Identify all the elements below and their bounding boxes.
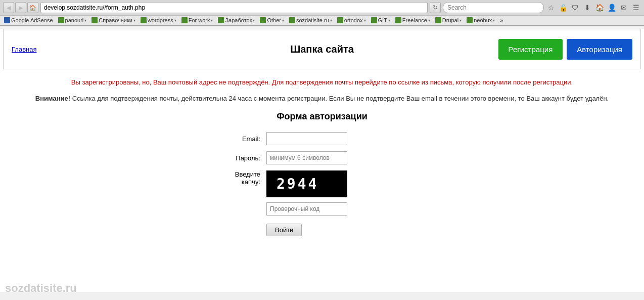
bookmark-label: neobux (474, 17, 492, 23)
bookmark-adsense[interactable]: Google AdSense (2, 17, 55, 24)
warning-message: Вы зарегистрированы, но, Ваш почтовый ад… (0, 72, 644, 90)
home-nav-link[interactable]: Главная (12, 46, 36, 53)
bookmark-other[interactable]: Other ▾ (258, 17, 286, 24)
mail-icon[interactable]: ✉ (619, 3, 629, 13)
back-button[interactable]: ◀ (3, 2, 14, 13)
bookmark-label: Справочники (99, 17, 132, 23)
bookmark-freelance[interactable]: Freelance ▾ (393, 17, 432, 24)
bookmark-forwork[interactable]: For work ▾ (179, 17, 215, 24)
bookmark-label: GIT (378, 17, 387, 23)
browser-chrome: ◀ ▶ 🏠 ↻ ☆ 🔒 🛡 ⬇ 🏠 👤 ✉ ☰ Google AdSense p… (0, 0, 644, 26)
auth-form: Форма авторизации Email: Пароль: Введите… (196, 111, 448, 236)
bookmark-icon (289, 17, 295, 23)
star-icon[interactable]: ☆ (546, 3, 556, 13)
captcha-image: 2944 (266, 170, 347, 197)
bookmark-git[interactable]: GIT ▾ (369, 17, 392, 24)
bookmark-icon (435, 17, 441, 23)
bookmark-ortodox[interactable]: ortodox ▾ (335, 17, 368, 24)
chevron-down-icon: ▾ (253, 18, 255, 23)
home-icon2[interactable]: 🏠 (594, 3, 605, 13)
bookmark-label: ortodox (344, 17, 363, 23)
submit-row: Войти (206, 224, 438, 236)
bookmark-icon (141, 17, 147, 23)
bookmark-zarabotok[interactable]: Заработок ▾ (216, 17, 257, 24)
chevron-down-icon: ▾ (388, 18, 390, 23)
chevron-down-icon: ▾ (211, 18, 213, 23)
bookmark-icon (395, 17, 401, 23)
bookmark-more-label: » (500, 17, 503, 23)
chevron-down-icon: ▾ (84, 18, 86, 23)
bookmark-label: panouri (65, 17, 84, 23)
email-row: Email: (206, 132, 438, 145)
bookmark-more[interactable]: » (498, 17, 505, 24)
captcha-input[interactable] (266, 202, 347, 216)
bookmark-label: For work (189, 17, 210, 23)
bookmark-label: sozdatisite.ru (296, 17, 329, 23)
chevron-down-icon: ▾ (282, 18, 284, 23)
password-label: Пароль: (206, 154, 266, 162)
password-input[interactable] (266, 151, 347, 164)
bookmark-spravochniki[interactable]: Справочники ▾ (89, 17, 137, 24)
bookmark-icon (91, 17, 98, 23)
bookmark-icon (337, 17, 343, 23)
bookmark-label: Заработок (225, 17, 252, 23)
auth-button[interactable]: Авторизация (567, 39, 632, 60)
chevron-down-icon: ▾ (364, 18, 366, 23)
bookmark-wordpress[interactable]: wordpress ▾ (139, 17, 178, 24)
shield-icon[interactable]: 🛡 (570, 3, 580, 13)
chevron-down-icon: ▾ (133, 18, 135, 23)
lock-icon[interactable]: 🔒 (558, 3, 568, 13)
register-button[interactable]: Регистрация (498, 39, 563, 60)
bookmark-icon (467, 17, 473, 23)
notice-bold: Внимание! (35, 95, 70, 102)
form-title: Форма авторизации (206, 111, 438, 122)
bookmark-sozdatisite[interactable]: sozdatisite.ru ▾ (287, 17, 334, 24)
captcha-label: Введите капчу: (206, 170, 266, 186)
bookmark-label: Drupal (442, 17, 458, 23)
submit-button[interactable]: Войти (266, 224, 302, 236)
forward-button[interactable]: ▶ (15, 2, 26, 13)
email-label: Email: (206, 135, 266, 143)
reload-button[interactable]: ↻ (430, 2, 441, 13)
password-row: Пароль: (206, 151, 438, 164)
bookmark-panouri[interactable]: panouri ▾ (56, 17, 89, 24)
chevron-down-icon: ▾ (493, 18, 495, 23)
page-wrapper: Главная Шапка сайта Регистрация Авториза… (0, 29, 644, 292)
bookmark-neobux[interactable]: neobux ▾ (465, 17, 497, 24)
profile-icon[interactable]: 👤 (607, 3, 617, 13)
bookmark-icon (218, 17, 224, 23)
home-button[interactable]: 🏠 (27, 2, 38, 13)
bookmark-icon (181, 17, 188, 23)
download-icon[interactable]: ⬇ (582, 3, 592, 13)
notice-message: Внимание! Ссылка для подтверждения почты… (0, 90, 644, 112)
bookmark-label: Other (267, 17, 281, 23)
bookmark-icon (371, 17, 377, 23)
bookmark-icon (58, 17, 64, 23)
captcha-area: 2944 (266, 170, 347, 216)
bookmark-icon (4, 17, 10, 23)
site-header: Главная Шапка сайта Регистрация Авториза… (3, 29, 641, 69)
header-buttons: Регистрация Авторизация (498, 39, 632, 60)
bookmark-drupal[interactable]: Drupal ▾ (433, 17, 464, 24)
chevron-down-icon: ▾ (330, 18, 332, 23)
bookmarks-bar: Google AdSense panouri ▾ Справочники ▾ w… (0, 16, 644, 25)
search-input[interactable] (443, 2, 544, 13)
browser-toolbar: ◀ ▶ 🏠 ↻ ☆ 🔒 🛡 ⬇ 🏠 👤 ✉ ☰ (0, 0, 644, 16)
chevron-down-icon: ▾ (459, 18, 462, 23)
chevron-down-icon: ▾ (428, 18, 430, 23)
address-bar[interactable] (40, 2, 428, 13)
toolbar-icons: ☆ 🔒 🛡 ⬇ 🏠 👤 ✉ ☰ (546, 3, 641, 13)
bookmark-label: wordpress (148, 17, 173, 23)
email-input[interactable] (266, 132, 347, 145)
chevron-down-icon: ▾ (174, 18, 176, 23)
bookmark-label: Google AdSense (11, 17, 53, 23)
site-title: Шапка сайта (290, 44, 354, 55)
notice-text: Ссылка для подтверждения почты, действит… (70, 95, 609, 102)
captcha-row: Введите капчу: 2944 (206, 170, 438, 216)
nav-buttons: ◀ ▶ 🏠 (3, 2, 38, 13)
menu-icon[interactable]: ☰ (631, 3, 641, 13)
bookmark-icon (260, 17, 266, 23)
bookmark-label: Freelance (402, 17, 427, 23)
